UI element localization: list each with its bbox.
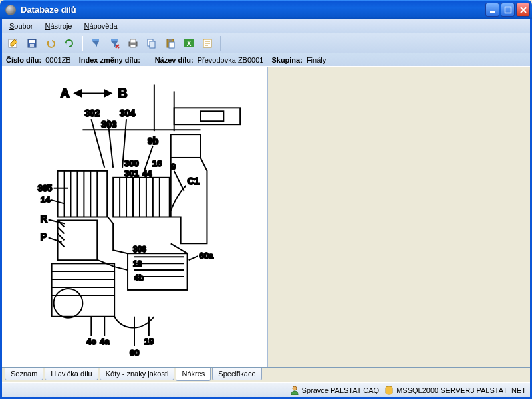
svg-text:B: B xyxy=(118,86,127,100)
drawing-pane[interactable]: A B 302 303 304 9b xyxy=(2,67,268,367)
svg-text:300: 300 xyxy=(124,158,139,168)
svg-rect-52 xyxy=(58,171,108,217)
right-pane xyxy=(268,67,530,367)
refresh-button[interactable] xyxy=(62,36,76,51)
user-icon xyxy=(290,386,299,395)
svg-rect-15 xyxy=(169,42,174,48)
titlebar: Databáze dílů xyxy=(0,0,532,19)
svg-rect-14 xyxy=(168,39,172,41)
tool-clearfilter-button[interactable] xyxy=(107,36,122,51)
status-bar: Správce PALSTAT CAQ MSSQL2000 SERVER3 PA… xyxy=(2,382,530,397)
svg-text:305: 305 xyxy=(38,183,53,193)
change-idx-value: - xyxy=(144,56,147,64)
svg-text:X: X xyxy=(187,40,192,47)
status-user: Správce PALSTAT CAQ xyxy=(290,386,380,395)
window-buttons xyxy=(485,3,530,17)
close-button[interactable] xyxy=(516,3,530,17)
svg-rect-60 xyxy=(113,178,170,217)
part-no-label: Číslo dílu: xyxy=(6,56,41,64)
status-db-text: MSSQL2000 SERVER3 PALSTAT_NET xyxy=(396,386,526,394)
minimize-button[interactable] xyxy=(485,3,499,17)
svg-point-89 xyxy=(293,386,297,390)
tab-header[interactable]: Hlavička dílu xyxy=(45,368,98,380)
group-label: Skupina: xyxy=(271,56,302,64)
svg-rect-26 xyxy=(174,108,241,124)
svg-text:A: A xyxy=(61,86,70,100)
part-name-value: Převodovka ZB0001 xyxy=(198,56,264,64)
bottom-tabs: Seznam Hlavička dílu Kóty - znaky jakost… xyxy=(2,367,530,382)
svg-text:16: 16 xyxy=(152,158,162,168)
svg-rect-68 xyxy=(171,134,201,158)
svg-text:19: 19 xyxy=(144,336,154,346)
svg-rect-7 xyxy=(111,39,118,41)
toolbar-separator xyxy=(220,36,221,51)
technical-drawing: A B 302 303 304 9b xyxy=(2,67,267,367)
svg-line-78 xyxy=(189,256,198,260)
svg-text:C1: C1 xyxy=(188,176,200,186)
edit-button[interactable] xyxy=(6,36,21,51)
menu-file[interactable]: Soubor xyxy=(5,21,37,31)
svg-text:R: R xyxy=(41,213,47,224)
part-no-value: 0001ZB xyxy=(45,56,71,64)
status-db: MSSQL2000 SERVER3 PALSTAT_NET xyxy=(384,386,526,395)
info-bar: Číslo dílu: 0001ZB Index změny dílu: - N… xyxy=(2,53,530,66)
svg-text:60a: 60a xyxy=(200,251,214,261)
svg-text:P: P xyxy=(41,231,47,242)
tab-drawing[interactable]: Nákres xyxy=(176,368,211,381)
tab-list[interactable]: Seznam xyxy=(5,368,43,380)
tool-filter-button[interactable] xyxy=(88,36,103,51)
svg-text:302: 302 xyxy=(84,108,100,118)
toolbar: X xyxy=(2,33,530,53)
save-button[interactable] xyxy=(25,36,39,51)
menubar: SouborNástrojeNápověda xyxy=(2,19,530,33)
svg-text:18: 18 xyxy=(133,259,142,269)
svg-text:301: 301 xyxy=(124,168,139,178)
svg-text:9b: 9b xyxy=(148,136,158,146)
svg-text:9: 9 xyxy=(171,162,176,172)
svg-text:303: 303 xyxy=(101,119,116,130)
svg-text:306: 306 xyxy=(133,245,146,254)
window-title: Databáze dílů xyxy=(19,5,485,15)
group-value: Finály xyxy=(307,56,326,64)
svg-rect-12 xyxy=(150,41,155,48)
svg-point-80 xyxy=(54,289,83,318)
paste-button[interactable] xyxy=(163,36,178,51)
svg-rect-0 xyxy=(490,11,495,13)
svg-rect-4 xyxy=(29,40,35,43)
svg-text:4b: 4b xyxy=(134,273,144,283)
svg-rect-27 xyxy=(201,111,224,121)
svg-text:4c: 4c xyxy=(86,336,96,346)
svg-text:304: 304 xyxy=(120,108,135,118)
undo-button[interactable] xyxy=(43,36,58,51)
toolbar-separator xyxy=(82,36,83,51)
svg-rect-5 xyxy=(30,44,34,47)
svg-text:14: 14 xyxy=(41,195,51,205)
change-idx-label: Index změny dílu: xyxy=(79,56,140,64)
part-name-label: Název dílu: xyxy=(155,56,194,64)
print-button[interactable] xyxy=(126,36,140,51)
svg-rect-1 xyxy=(505,7,511,13)
tab-quotas[interactable]: Kóty - znaky jakosti xyxy=(100,368,175,380)
svg-rect-9 xyxy=(130,39,136,43)
app-icon xyxy=(5,5,16,15)
status-user-text: Správce PALSTAT CAQ xyxy=(302,386,380,394)
svg-rect-10 xyxy=(130,45,136,47)
svg-text:4a: 4a xyxy=(100,336,110,346)
svg-text:60: 60 xyxy=(130,348,139,358)
maximize-button[interactable] xyxy=(501,3,515,17)
database-icon xyxy=(384,386,394,395)
svg-line-42 xyxy=(174,171,184,191)
export-excel-button[interactable]: X xyxy=(182,36,196,51)
window-body: SouborNástrojeNápověda // rebuild menuba… xyxy=(0,19,532,399)
menu-tools[interactable]: Nástroje xyxy=(40,21,76,31)
tab-spec[interactable]: Specifikace xyxy=(212,368,261,380)
content-area: A B 302 303 304 9b xyxy=(2,66,530,367)
svg-text:44: 44 xyxy=(142,168,152,178)
svg-marker-22 xyxy=(104,90,111,96)
menu-help[interactable]: Nápověda xyxy=(79,21,122,31)
properties-button[interactable] xyxy=(200,36,215,51)
svg-rect-6 xyxy=(92,39,99,41)
svg-marker-21 xyxy=(74,90,81,96)
copy-button[interactable] xyxy=(144,36,159,51)
